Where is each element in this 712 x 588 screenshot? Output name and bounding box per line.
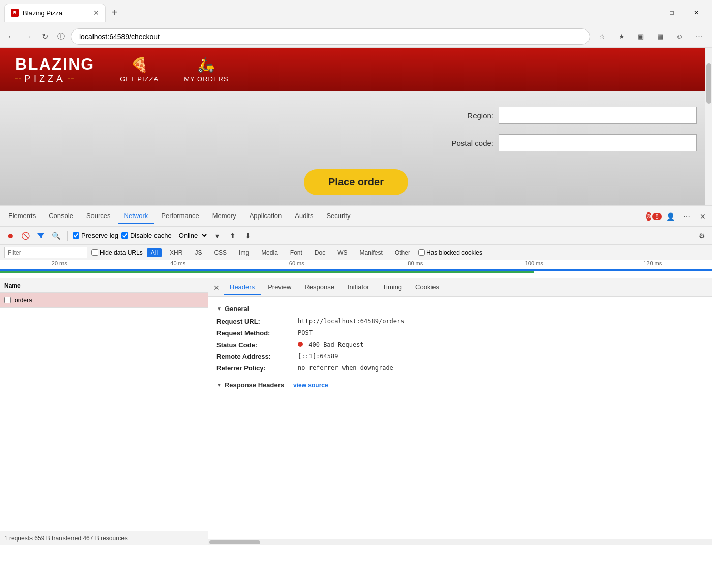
download-icon[interactable]: ⬇ xyxy=(242,230,254,242)
scrollbar-thumb[interactable] xyxy=(706,63,711,104)
preserve-log-input[interactable] xyxy=(73,232,79,239)
timeline-bar: 20 ms 40 ms 60 ms 80 ms 100 ms 120 ms xyxy=(0,260,712,278)
tab-sources[interactable]: Sources xyxy=(80,209,117,224)
settings-icon[interactable]: ⚙ xyxy=(696,230,708,242)
filter-xhr-button[interactable]: XHR xyxy=(166,248,187,257)
filter-icon[interactable] xyxy=(35,230,47,242)
refresh-button[interactable]: ↻ xyxy=(39,29,51,43)
detail-tab-headers[interactable]: Headers xyxy=(224,280,261,295)
detail-tab-timing[interactable]: Timing xyxy=(377,280,409,295)
tab-console[interactable]: Console xyxy=(43,209,79,224)
tab-title: Blazing Pizza xyxy=(23,9,89,17)
new-tab-button[interactable]: + xyxy=(108,7,122,18)
upload-icon[interactable]: ⬆ xyxy=(227,230,239,242)
detail-tab-preview[interactable]: Preview xyxy=(262,280,297,295)
devtools-icons: ⊗ 8 👤 ⋯ ✕ xyxy=(647,209,710,224)
response-headers-section-header[interactable]: ▼ Response Headers view source xyxy=(216,378,704,392)
split-icon[interactable]: ▦ xyxy=(651,28,669,45)
tab-network[interactable]: Network xyxy=(118,209,154,224)
filter-other-button[interactable]: Other xyxy=(391,248,414,257)
nav-my-orders[interactable]: 🛵 MY ORDERS xyxy=(184,56,229,83)
throttle-dropdown-icon[interactable]: ▾ xyxy=(211,230,224,242)
h-scroll-thumb[interactable] xyxy=(209,540,260,544)
detail-close-button[interactable]: ✕ xyxy=(210,282,223,294)
hide-data-urls-input[interactable] xyxy=(91,249,98,256)
detail-tab-response[interactable]: Response xyxy=(298,280,340,295)
tab-memory[interactable]: Memory xyxy=(206,209,242,224)
region-row: Region: xyxy=(432,107,697,124)
response-headers-title: Response Headers xyxy=(225,381,284,389)
hide-data-urls-checkbox[interactable]: Hide data URLs xyxy=(91,249,143,256)
detail-tab-cookies[interactable]: Cookies xyxy=(409,280,445,295)
info-icon[interactable]: ⓘ xyxy=(54,30,68,43)
general-section-header[interactable]: ▼ General xyxy=(216,302,704,316)
error-count: 8 xyxy=(652,213,661,220)
forward-button[interactable]: → xyxy=(21,30,36,43)
preserve-log-checkbox[interactable]: Preserve log xyxy=(73,232,118,239)
disable-cache-input[interactable] xyxy=(121,232,128,239)
postal-label: Postal code: xyxy=(432,139,493,147)
network-name-header: Name xyxy=(0,278,208,293)
minimize-button[interactable]: ─ xyxy=(636,5,659,21)
more-icon[interactable]: ⋯ xyxy=(690,28,708,45)
nav-get-pizza[interactable]: 🍕 GET PIZZA xyxy=(120,56,159,83)
form-left xyxy=(0,102,417,157)
close-button[interactable]: ✕ xyxy=(685,5,708,21)
address-input[interactable] xyxy=(71,28,590,45)
place-order-button[interactable]: Place order xyxy=(304,169,408,195)
filter-css-button[interactable]: CSS xyxy=(210,248,231,257)
view-source-link[interactable]: view source xyxy=(293,382,328,389)
filter-input[interactable] xyxy=(4,247,87,258)
bottom-scrollbar[interactable] xyxy=(208,539,712,545)
filter-all-button[interactable]: All xyxy=(147,248,162,257)
filter-manifest-button[interactable]: Manifest xyxy=(356,248,387,257)
devtools-profile-icon[interactable]: 👤 xyxy=(663,209,677,224)
tab-application[interactable]: Application xyxy=(243,209,288,224)
network-item-checkbox[interactable] xyxy=(4,297,11,303)
record-button[interactable]: ⏺ xyxy=(4,230,16,242)
network-item[interactable]: orders xyxy=(0,293,208,308)
timeline-100ms: 100 ms xyxy=(475,260,594,268)
filter-js-button[interactable]: JS xyxy=(191,248,206,257)
tab-network-label: Network xyxy=(124,212,148,220)
remote-address-val: [::1]:64589 xyxy=(298,353,338,360)
orders-icon: 🛵 xyxy=(197,56,215,73)
has-blocked-cookies-checkbox[interactable]: Has blocked cookies xyxy=(418,249,482,256)
profile-icon[interactable]: ☺ xyxy=(670,28,689,45)
active-tab[interactable]: B Blazing Pizza ✕ xyxy=(4,4,106,22)
devtools-close-icon[interactable]: ✕ xyxy=(696,209,710,224)
filter-media-button[interactable]: Media xyxy=(257,248,282,257)
filter-doc-button[interactable]: Doc xyxy=(311,248,329,257)
tab-performance[interactable]: Performance xyxy=(155,209,205,224)
tab-memory-label: Memory xyxy=(212,212,236,220)
postal-input[interactable] xyxy=(499,134,697,151)
page-scrollbar[interactable] xyxy=(705,48,712,205)
devtools-panel: Elements Console Sources Network Perform… xyxy=(0,205,712,545)
filter-img-button[interactable]: Img xyxy=(235,248,253,257)
region-input[interactable] xyxy=(499,107,697,124)
filter-ws-button[interactable]: WS xyxy=(333,248,351,257)
tab-close-button[interactable]: ✕ xyxy=(93,9,99,17)
filter-font-button[interactable]: Font xyxy=(286,248,306,257)
disable-cache-checkbox[interactable]: Disable cache xyxy=(121,232,172,239)
throttle-select[interactable]: Online xyxy=(175,230,208,241)
devtools-more-icon[interactable]: ⋯ xyxy=(679,209,694,224)
has-blocked-cookies-label: Has blocked cookies xyxy=(426,249,482,256)
error-badge-container: ⊗ 8 xyxy=(647,209,661,224)
has-blocked-cookies-input[interactable] xyxy=(418,249,425,256)
extensions-icon[interactable]: ▣ xyxy=(632,28,650,45)
disable-cache-label: Disable cache xyxy=(130,232,172,239)
tab-application-label: Application xyxy=(250,212,282,220)
favorites-icon[interactable]: ☆ xyxy=(593,28,611,45)
app-header: BLAZING ━━ PIZZA ━━ 🍕 GET PIZZA 🛵 MY ORD… xyxy=(0,48,712,91)
back-button[interactable]: ← xyxy=(4,30,18,43)
restore-button[interactable]: □ xyxy=(660,5,684,21)
tab-audits[interactable]: Audits xyxy=(289,209,319,224)
collections-icon[interactable]: ★ xyxy=(612,28,631,45)
timing-tab-label: Timing xyxy=(383,283,403,291)
search-icon[interactable]: 🔍 xyxy=(50,230,62,242)
tab-security[interactable]: Security xyxy=(320,209,356,224)
clear-button[interactable]: 🚫 xyxy=(19,230,32,242)
detail-tab-initiator[interactable]: Initiator xyxy=(342,280,376,295)
tab-elements[interactable]: Elements xyxy=(2,209,42,224)
